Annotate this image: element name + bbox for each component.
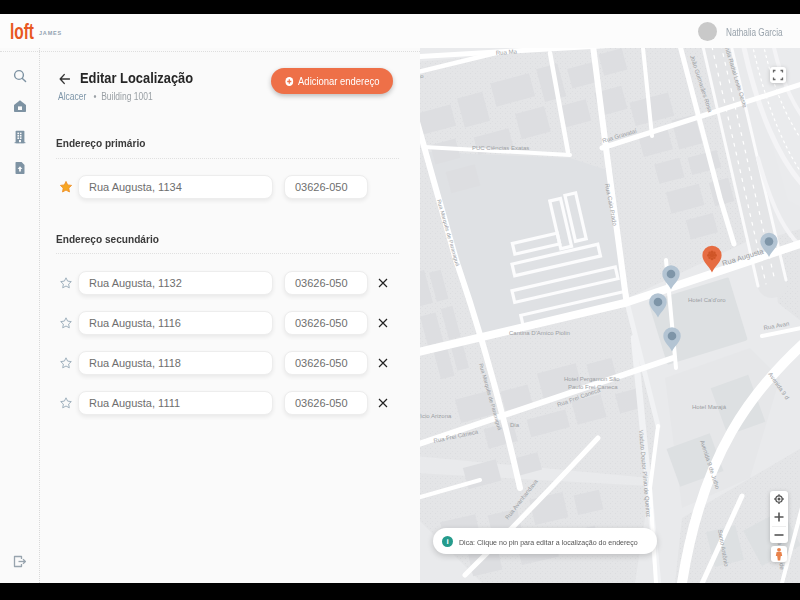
svg-text:PUC Ciências Exatas: PUC Ciências Exatas xyxy=(472,145,529,151)
svg-text:ão: ão xyxy=(420,73,424,79)
svg-text:Cantina D'Amico Piolin: Cantina D'Amico Piolin xyxy=(509,330,570,336)
svg-text:Hotel Pergamon São: Hotel Pergamon São xyxy=(564,376,620,382)
svg-text:Hotel Marajá: Hotel Marajá xyxy=(692,404,727,410)
svg-text:Edifício Arizona: Edifício Arizona xyxy=(420,413,452,419)
svg-text:Hotel Ca'd'oro: Hotel Ca'd'oro xyxy=(688,297,726,303)
svg-text:loft: loft xyxy=(10,19,34,44)
svg-text:Dia: Dia xyxy=(510,422,520,428)
